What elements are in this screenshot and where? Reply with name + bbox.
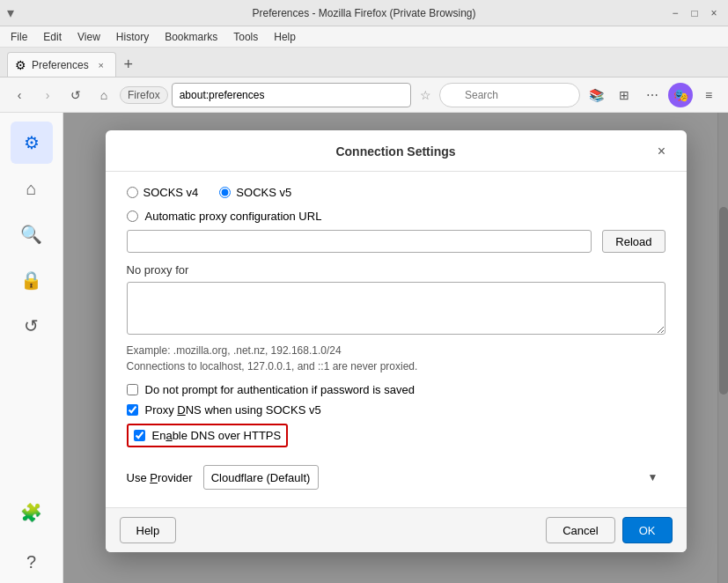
forward-button[interactable]: › [35, 83, 60, 107]
example-hint: Example: .mozilla.org, .net.nz, 192.168.… [127, 344, 665, 357]
doh-underlined: a [165, 429, 172, 442]
dialog-close-button[interactable]: × [651, 141, 673, 162]
overflow-button[interactable]: ⋯ [640, 83, 665, 107]
sidebar-item-general[interactable]: ⚙ [11, 122, 53, 164]
socks-v5-radio[interactable] [219, 187, 231, 198]
enable-doh-container: Enable DNS over HTTPS [127, 424, 665, 454]
window-title: Preferences - Mozilla Firefox (Private B… [60, 7, 668, 19]
provider-select[interactable]: Cloudflare (Default) NextDNS Custom [203, 465, 319, 490]
help-button[interactable]: Help [120, 517, 177, 543]
url-bar[interactable] [172, 83, 411, 107]
menu-edit[interactable]: Edit [36, 29, 69, 45]
select-arrow-icon: ▼ [648, 471, 658, 483]
enable-doh-row: Enable DNS over HTTPS [127, 424, 289, 447]
no-auth-label[interactable]: Do not prompt for authentication if pass… [145, 383, 415, 396]
provider-select-wrapper: Cloudflare (Default) NextDNS Custom ▼ [203, 465, 665, 490]
provider-row: Use Provider Cloudflare (Default) NextDN… [127, 465, 665, 490]
dialog-title: Connection Settings [141, 144, 651, 159]
proxy-dns-checkbox[interactable] [127, 404, 138, 416]
tab-preferences[interactable]: ⚙ Preferences × [7, 52, 116, 77]
preferences-tab-icon: ⚙ [15, 58, 26, 72]
auto-proxy-label: Automatic proxy configuration URL [145, 210, 322, 223]
window-controls: − □ × [668, 6, 721, 20]
proxy-dns-label[interactable]: Proxy DNS when using SOCKS v5 [145, 403, 321, 417]
title-bar-spacer: ▾ [7, 4, 60, 21]
footer-actions: Cancel OK [546, 517, 672, 543]
lock-icon: 🔒 [20, 269, 42, 291]
general-icon: ⚙ [24, 132, 40, 153]
window-close-button[interactable]: × [707, 6, 721, 20]
sidebar-item-extensions[interactable]: 🧩 [11, 491, 53, 534]
search-sidebar-icon: 🔍 [20, 224, 42, 245]
provider-label: Use Provider [127, 471, 193, 484]
no-proxy-label: No proxy for [127, 263, 665, 277]
sidebar-item-sync[interactable]: ↺ [11, 305, 53, 347]
socks-v4-label[interactable]: SOCKS v4 [127, 186, 199, 199]
connection-settings-dialog: Connection Settings × SOCKS v4 SOCKS v5 [106, 130, 687, 552]
home-icon: ⌂ [26, 179, 36, 199]
no-auth-row: Do not prompt for authentication if pass… [127, 383, 665, 396]
proxy-url-input[interactable] [127, 230, 592, 253]
search-wrapper: 🔍 [439, 83, 580, 107]
socks-radio-group: SOCKS v4 SOCKS v5 [127, 186, 665, 199]
new-tab-button[interactable]: + [116, 52, 141, 77]
back-button[interactable]: ‹ [7, 83, 32, 107]
dialog-footer: Help Cancel OK [106, 507, 687, 552]
socks-v4-radio[interactable] [127, 187, 138, 198]
enable-doh-checkbox[interactable] [134, 430, 145, 441]
search-input[interactable] [439, 83, 580, 107]
proxy-dns-row: Proxy DNS when using SOCKS v5 [127, 403, 665, 417]
ok-button[interactable]: OK [622, 517, 673, 543]
reload-button[interactable]: Reload [602, 230, 665, 253]
sidebar-item-privacy[interactable]: 🔒 [11, 259, 53, 301]
bookmark-star-button[interactable]: ☆ [415, 85, 436, 106]
tab-close-button[interactable]: × [94, 58, 108, 72]
enable-doh-label[interactable]: Enable DNS over HTTPS [152, 429, 282, 442]
sidebar: ⚙ ⌂ 🔍 🔒 ↺ 🧩 ? [0, 113, 63, 583]
proxy-url-row: Reload [127, 230, 665, 253]
menu-bookmarks[interactable]: Bookmarks [158, 29, 224, 45]
auto-proxy-row: Automatic proxy configuration URL [127, 210, 665, 223]
sync-icon: ↺ [24, 315, 39, 336]
browser-body: ⚙ ⌂ 🔍 🔒 ↺ 🧩 ? Connection Setti [0, 113, 728, 583]
menu-help[interactable]: Help [267, 29, 303, 45]
reload-button[interactable]: ↺ [63, 83, 88, 107]
auto-proxy-radio[interactable] [127, 210, 138, 222]
provider-underlined: P [150, 471, 158, 484]
no-auth-checkbox[interactable] [127, 384, 138, 395]
title-bar: ▾ Preferences - Mozilla Firefox (Private… [0, 0, 728, 26]
home-button[interactable]: ⌂ [92, 83, 116, 107]
modal-overlay: Connection Settings × SOCKS v4 SOCKS v5 [63, 113, 728, 583]
dialog-body: SOCKS v4 SOCKS v5 Automatic proxy config… [106, 172, 687, 507]
menu-bar: File Edit View History Bookmarks Tools H… [0, 26, 728, 48]
firefox-badge: Firefox [120, 86, 168, 104]
extensions-icon: 🧩 [20, 502, 42, 523]
dialog-header: Connection Settings × [106, 130, 687, 172]
help-icon: ? [26, 552, 36, 572]
minimize-button[interactable]: − [668, 6, 682, 20]
sidebar-item-help[interactable]: ? [11, 541, 53, 583]
cancel-button[interactable]: Cancel [546, 517, 614, 543]
no-proxy-textarea[interactable] [127, 282, 665, 335]
menu-file[interactable]: File [4, 29, 34, 45]
maximize-button[interactable]: □ [688, 6, 702, 20]
sidebar-item-home[interactable]: ⌂ [11, 167, 53, 210]
sidebar-toggle-button[interactable]: ⊞ [612, 83, 636, 107]
sidebar-item-search[interactable]: 🔍 [11, 213, 53, 255]
menu-tools[interactable]: Tools [226, 29, 265, 45]
proxy-dns-underlined: D [177, 403, 185, 417]
tab-preferences-label: Preferences [32, 59, 89, 71]
localhost-hint: Connections to localhost, 127.0.0.1, and… [127, 360, 665, 373]
socks-v5-label[interactable]: SOCKS v5 [219, 186, 291, 199]
private-browsing-badge: 🎭 [668, 83, 693, 107]
browser-content: Connection Settings × SOCKS v4 SOCKS v5 [63, 113, 728, 583]
bookmarks-library-button[interactable]: 📚 [584, 83, 608, 107]
menu-view[interactable]: View [70, 29, 107, 45]
menu-history[interactable]: History [109, 29, 156, 45]
nav-bar: ‹ › ↺ ⌂ Firefox ☆ 🔍 📚 ⊞ ⋯ 🎭 ≡ [0, 77, 728, 113]
tab-bar: ⚙ Preferences × + [0, 48, 728, 77]
menu-button[interactable]: ≡ [696, 83, 721, 107]
